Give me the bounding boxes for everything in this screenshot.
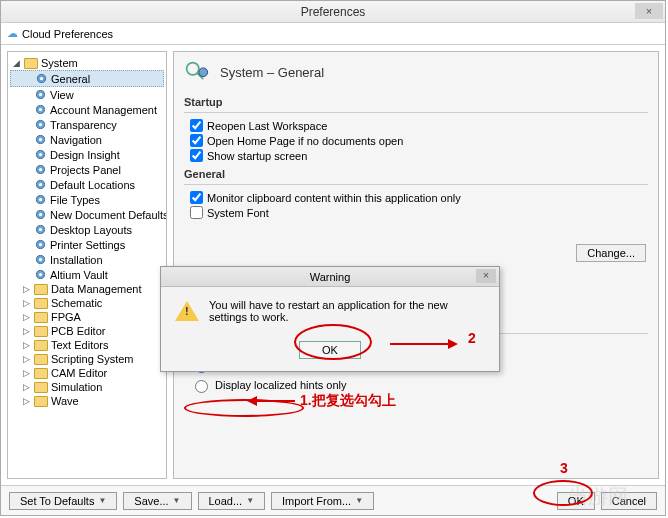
tree-item-transparency[interactable]: Transparency	[10, 117, 164, 132]
dialog-title: Warning	[310, 271, 351, 283]
tree-item-new-document-defaults[interactable]: New Document Defaults	[10, 207, 164, 222]
svg-point-7	[39, 123, 42, 126]
opt-system-font[interactable]: System Font	[190, 206, 648, 219]
caret-right-icon: ▷	[22, 312, 31, 322]
gear-icon	[34, 208, 47, 221]
tree-item-general[interactable]: General	[10, 70, 164, 87]
folder-icon	[34, 368, 48, 379]
gear-icon	[34, 133, 47, 146]
dialog-message: You will have to restart an application …	[209, 299, 485, 323]
gear-icon	[34, 88, 47, 101]
tree-root-simulation[interactable]: ▷Simulation	[10, 380, 164, 394]
tree-item-design-insight[interactable]: Design Insight	[10, 147, 164, 162]
opt-startup-screen[interactable]: Show startup screen	[190, 149, 648, 162]
gear-icon	[34, 103, 47, 116]
svg-point-25	[39, 258, 42, 261]
panel-header: System – General	[184, 60, 648, 90]
chevron-down-icon: ▼	[246, 496, 254, 505]
tree-item-desktop-layouts[interactable]: Desktop Layouts	[10, 222, 164, 237]
cancel-button[interactable]: Cancel	[601, 492, 657, 510]
svg-point-21	[39, 228, 42, 231]
folder-icon	[34, 354, 48, 365]
window-title: Preferences	[301, 5, 366, 19]
save-button[interactable]: Save...▼	[123, 492, 191, 510]
caret-right-icon: ▷	[22, 396, 31, 406]
tree-item-default-locations[interactable]: Default Locations	[10, 177, 164, 192]
tree-item-installation[interactable]: Installation	[10, 252, 164, 267]
footer: Set To Defaults▼ Save...▼ Load...▼ Impor…	[1, 485, 665, 515]
preferences-window: Preferences × ☁ Cloud Preferences ◢ Syst…	[0, 0, 666, 516]
radio-localized-hints[interactable]: Display localized hints only	[190, 377, 648, 393]
close-icon[interactable]: ×	[476, 269, 496, 283]
cloud-label: Cloud Preferences	[22, 28, 113, 40]
gear-icon	[34, 193, 47, 206]
svg-point-1	[40, 77, 43, 80]
caret-right-icon: ▷	[22, 326, 31, 336]
defaults-button[interactable]: Set To Defaults▼	[9, 492, 117, 510]
caret-down-icon: ◢	[12, 58, 21, 68]
chevron-down-icon: ▼	[173, 496, 181, 505]
section-heading: General	[184, 168, 648, 180]
change-button[interactable]: Change...	[576, 244, 646, 262]
gear-icon	[34, 178, 47, 191]
tree-root-scripting-system[interactable]: ▷Scripting System	[10, 352, 164, 366]
chevron-down-icon: ▼	[98, 496, 106, 505]
folder-icon	[34, 326, 48, 337]
caret-right-icon: ▷	[22, 382, 31, 392]
tree-item-account-management[interactable]: Account Management	[10, 102, 164, 117]
svg-point-19	[39, 213, 42, 216]
folder-icon	[34, 284, 48, 295]
folder-icon	[24, 58, 38, 69]
svg-point-11	[39, 153, 42, 156]
caret-right-icon: ▷	[22, 298, 31, 308]
tree-root-data-management[interactable]: ▷Data Management	[10, 282, 164, 296]
tree-item-file-types[interactable]: File Types	[10, 192, 164, 207]
cloud-icon: ☁	[7, 27, 18, 40]
section-startup: Startup Reopen Last Workspace Open Home …	[184, 96, 648, 162]
gear-icon	[34, 148, 47, 161]
tree-root-schematic[interactable]: ▷Schematic	[10, 296, 164, 310]
tree-item-printer-settings[interactable]: Printer Settings	[10, 237, 164, 252]
svg-point-30	[199, 68, 208, 77]
gear-icon	[34, 268, 47, 281]
gear-icon	[35, 72, 48, 85]
warning-icon	[175, 301, 199, 321]
tree-root-wave[interactable]: ▷Wave	[10, 394, 164, 408]
svg-point-15	[39, 183, 42, 186]
load-button[interactable]: Load...▼	[198, 492, 266, 510]
caret-right-icon: ▷	[22, 340, 31, 350]
folder-icon	[34, 396, 48, 407]
gear-icon	[34, 253, 47, 266]
tree-root-text-editors[interactable]: ▷Text Editors	[10, 338, 164, 352]
svg-point-28	[187, 63, 199, 75]
main-panel: System – General Startup Reopen Last Wor…	[173, 51, 659, 479]
tree-item-projects-panel[interactable]: Projects Panel	[10, 162, 164, 177]
tree-root-system[interactable]: ◢ System	[10, 56, 164, 70]
svg-point-17	[39, 198, 42, 201]
close-icon[interactable]: ×	[635, 3, 663, 19]
import-button[interactable]: Import From...▼	[271, 492, 374, 510]
tree-item-altium-vault[interactable]: Altium Vault	[10, 267, 164, 282]
tree-root-fpga[interactable]: ▷FPGA	[10, 310, 164, 324]
folder-icon	[34, 312, 48, 323]
body-area: ◢ System GeneralViewAccount ManagementTr…	[1, 45, 665, 485]
gear-icon	[34, 163, 47, 176]
cloud-bar[interactable]: ☁ Cloud Preferences	[1, 23, 665, 45]
svg-point-5	[39, 108, 42, 111]
gear-icon	[34, 238, 47, 251]
opt-open-home[interactable]: Open Home Page if no documents open	[190, 134, 648, 147]
gear-search-icon	[184, 60, 212, 84]
svg-point-9	[39, 138, 42, 141]
section-general: General Monitor clipboard content within…	[184, 168, 648, 219]
tree-item-navigation[interactable]: Navigation	[10, 132, 164, 147]
tree-root-cam-editor[interactable]: ▷CAM Editor	[10, 366, 164, 380]
opt-reopen-workspace[interactable]: Reopen Last Workspace	[190, 119, 648, 132]
svg-point-27	[39, 273, 42, 276]
ok-button[interactable]: OK	[557, 492, 595, 510]
tree-item-view[interactable]: View	[10, 87, 164, 102]
folder-icon	[34, 382, 48, 393]
nav-tree[interactable]: ◢ System GeneralViewAccount ManagementTr…	[7, 51, 167, 479]
dialog-ok-button[interactable]: OK	[299, 341, 361, 359]
tree-root-pcb-editor[interactable]: ▷PCB Editor	[10, 324, 164, 338]
opt-clipboard[interactable]: Monitor clipboard content within this ap…	[190, 191, 648, 204]
